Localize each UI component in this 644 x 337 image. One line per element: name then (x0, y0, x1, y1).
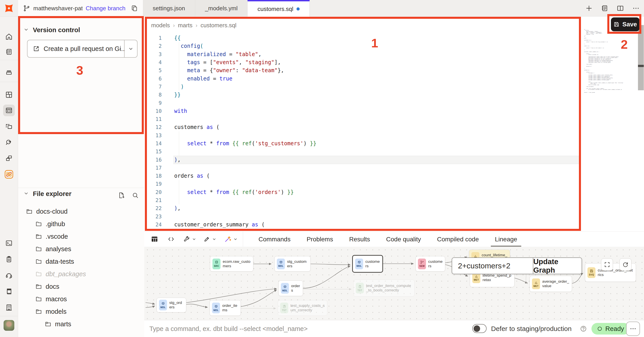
code-line-6[interactable]: 6 enabled = true (144, 74, 582, 82)
pull-request-dropdown-caret[interactable] (124, 40, 137, 57)
code-line-13[interactable]: 13 (144, 131, 582, 139)
lineage-node-test_supply_costs_sum_correctly[interactable]: TSTtest_supply_costs_sum_correctly (278, 300, 327, 316)
lineage-node-customers[interactable]: MDLcustomers (352, 255, 383, 273)
code-line-8[interactable]: 8}} (144, 91, 582, 99)
code-line-3[interactable]: 3 materialized = "table", (144, 50, 582, 58)
format-pen-icon[interactable] (202, 235, 211, 244)
building-icon[interactable] (3, 302, 15, 313)
code-line-21[interactable]: 21 (144, 196, 582, 204)
lineage-selector-input[interactable]: 2+customers+2 (452, 258, 533, 274)
file-tree-item-marts[interactable]: marts (18, 318, 144, 330)
version-control-header[interactable]: Version control (18, 23, 144, 37)
code-line-12[interactable]: 12customers as ( (144, 123, 582, 131)
searchchart-icon[interactable] (3, 136, 15, 148)
bottom-tab-results[interactable]: Results (341, 232, 378, 247)
more-options-icon[interactable] (632, 4, 640, 12)
chevron-down-icon[interactable] (211, 235, 217, 244)
code-line-19[interactable]: 19 (144, 180, 582, 188)
code-line-20[interactable]: 20 select * from {{ ref('orders') }} (144, 188, 582, 196)
code-line-17[interactable]: 17 (144, 164, 582, 172)
grid-icon[interactable] (3, 89, 15, 101)
bottom-tab-commands[interactable]: Commands (250, 232, 298, 247)
scrollbar-track[interactable] (638, 25, 644, 90)
lineage-node-ecom.raw_customers[interactable]: SRCecom.raw_customers (210, 256, 253, 272)
code-line-15[interactable]: 15 (144, 147, 582, 156)
new-file-icon[interactable] (116, 190, 126, 200)
tab-_models.yml[interactable]: _models.yml (195, 0, 248, 16)
save-button[interactable]: Save (611, 17, 640, 31)
tab-customers.sql[interactable]: customers.sql (248, 0, 310, 16)
file-tree-item-data-tests[interactable]: data-tests (18, 255, 144, 268)
code-line-5[interactable]: 5 meta = {"owner": "data-team"}, (144, 66, 582, 74)
lineage-node-orders[interactable]: MDLorders (278, 281, 303, 296)
chevron-down-icon[interactable] (191, 235, 197, 244)
lineage-node-order_items[interactable]: MDLorder_items (210, 300, 241, 316)
code-editor[interactable]: models›marts›customers.sql 1{{2 config(3… (144, 16, 644, 231)
code-line-11[interactable]: 11 (144, 115, 582, 123)
lineage-node-test_order_items_compute_to_bools_correctly[interactable]: TSTtest_order_items_compute_to_bools_cor… (353, 280, 414, 297)
compile-code-icon[interactable] (166, 235, 176, 244)
code-line-9[interactable]: 9 (144, 99, 582, 107)
windows-icon[interactable] (3, 152, 15, 164)
code-line-23[interactable]: 23 (144, 213, 582, 221)
help-question-icon[interactable] (580, 325, 587, 333)
change-branch-link[interactable]: Change branch (86, 5, 126, 12)
bottom-tab-compiled-code[interactable]: Compiled code (429, 232, 487, 247)
drawer-icon[interactable] (3, 66, 15, 78)
codewin-icon[interactable] (3, 105, 15, 116)
file-tree-item-dbt_packages[interactable]: dbt_packages (18, 268, 144, 280)
bottom-tab-lineage[interactable]: Lineage (487, 232, 525, 247)
terminal-icon[interactable] (3, 237, 15, 249)
breadcrumb-item[interactable]: customers.sql (200, 22, 236, 29)
code-line-24[interactable]: 24customer_orders_summary as ( (144, 221, 582, 229)
file-tree-item-.vscode[interactable]: .vscode (18, 230, 144, 243)
command-input[interactable]: Type a command, ex. dbt build --select <… (149, 320, 440, 337)
scrollbar-thumb[interactable] (638, 65, 644, 67)
changelog-icon[interactable] (600, 4, 609, 12)
breadcrumb-item[interactable]: models (151, 22, 170, 29)
code-line-2[interactable]: 2 config( (144, 42, 582, 50)
headset-icon[interactable] (3, 270, 15, 281)
fullscreen-icon[interactable] (601, 258, 613, 271)
update-graph-button[interactable]: Update Graph (533, 258, 582, 274)
notebook-icon[interactable] (3, 46, 15, 58)
bottom-tab-code-quality[interactable]: Code quality (378, 232, 429, 247)
code-line-10[interactable]: 10with (144, 107, 582, 115)
file-tree-item-analyses[interactable]: analyses (18, 243, 144, 255)
code-line-14[interactable]: 14 select * from {{ ref('stg_customers')… (144, 139, 582, 147)
preview-table-icon[interactable] (150, 235, 159, 244)
chevron-down-icon[interactable] (232, 235, 238, 244)
copy-branch-icon[interactable] (131, 5, 138, 12)
minimap[interactable]: {{ config( materialized = "table", tags … (584, 29, 638, 163)
dbt-logo-icon[interactable] (3, 2, 15, 14)
lineage-node-stg_orders[interactable]: MDLstg_orders (156, 298, 186, 313)
lineage-panel[interactable]: SRCecom.raw_customersMDLstg_customersMDL… (144, 247, 644, 320)
lineage-node-stg_customers[interactable]: MDLstg_customers (274, 256, 310, 272)
status-ready-badge[interactable]: Ready (592, 323, 630, 335)
file-tree-item-macros[interactable]: macros (18, 293, 144, 305)
code-line-4[interactable]: 4 tags = ["events", "staging"], (144, 58, 582, 66)
lineage-node-average_order_value[interactable]: METaverage_order_value (530, 276, 572, 292)
build-wrench-icon[interactable] (182, 235, 191, 244)
split-editor-icon[interactable] (616, 4, 624, 12)
create-pull-request-button[interactable]: Create a pull request on Gi... (27, 40, 138, 58)
code-line-7[interactable]: 7 ) (144, 83, 582, 91)
clipboard-icon[interactable] (3, 253, 15, 265)
code-line-16[interactable]: 16), (144, 156, 582, 164)
file-tree-item-.github[interactable]: .github (18, 218, 144, 230)
breadcrumb-item[interactable]: marts (178, 22, 192, 29)
frame-icon[interactable] (3, 121, 15, 132)
code-line-22[interactable]: 22), (144, 204, 582, 212)
code-line-18[interactable]: 18orders as ( (144, 172, 582, 180)
defer-toggle[interactable] (472, 324, 486, 333)
file-search-icon[interactable] (130, 190, 140, 200)
file-tree-item-models[interactable]: models (18, 305, 144, 318)
code-lines[interactable]: 1{{2 config(3 materialized = "table",4 t… (144, 34, 582, 229)
status-more-button[interactable] (626, 322, 640, 336)
new-tab-plus-icon[interactable] (585, 4, 593, 12)
lineage-node-customers[interactable]: SEMcustomers (416, 256, 445, 272)
code-line-1[interactable]: 1{{ (144, 34, 582, 42)
refresh-graph-icon[interactable] (620, 258, 632, 271)
copilot-wand-icon[interactable] (224, 235, 232, 244)
atom-icon[interactable] (3, 168, 15, 180)
